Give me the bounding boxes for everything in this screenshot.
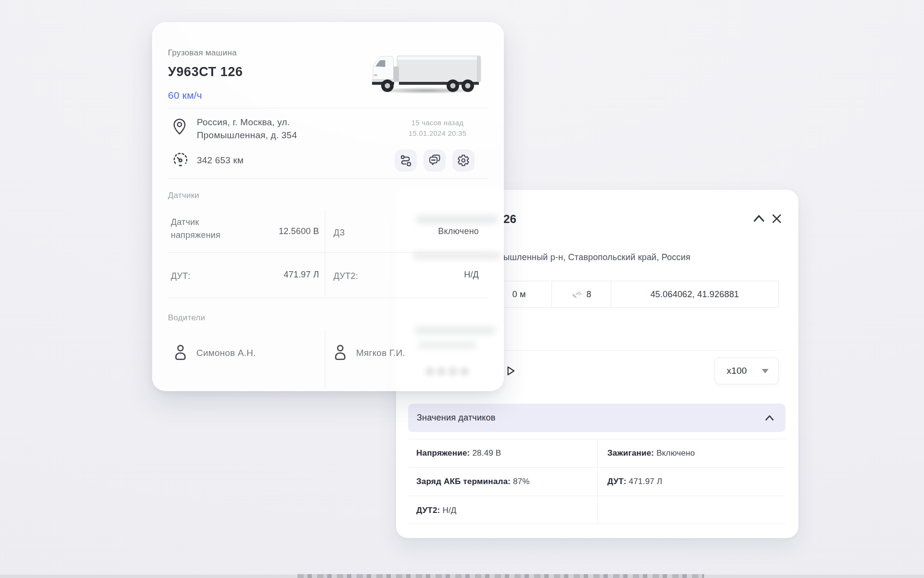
chevron-up-icon bbox=[752, 219, 766, 226]
table-cell: Зажигание: Включено bbox=[607, 439, 695, 467]
stat-satellites-value: 8 bbox=[586, 289, 591, 300]
collapse-card-button[interactable] bbox=[752, 213, 766, 225]
cell-label: Заряд АКБ терминала: bbox=[416, 477, 511, 486]
cell-value: 471.97 Л bbox=[629, 477, 662, 486]
stat-distance-value: 0 м bbox=[513, 289, 526, 300]
cell-label: Напряжение: bbox=[416, 448, 470, 458]
table-cell: ДУТ2: Н/Д bbox=[416, 496, 457, 525]
play-button[interactable] bbox=[504, 365, 517, 377]
driver-name: Симонов А.Н. bbox=[196, 348, 256, 358]
table-cell: Напряжение: 28.49 В bbox=[416, 439, 501, 467]
card-address-fragment: ышленный р-н, Ставропольский край, Росси… bbox=[503, 252, 691, 263]
sensor-label: ДЗ bbox=[334, 226, 345, 239]
location-pin-icon bbox=[172, 118, 187, 137]
sensor-value: 471.97 Л bbox=[239, 270, 319, 280]
driver-name: Мягков Г.И. bbox=[356, 348, 405, 358]
last-update-time: 15 часов назад 15.01.2024 20:35 bbox=[389, 118, 486, 139]
table-row: Напряжение: 28.49 В Зажигание: Включено bbox=[408, 439, 785, 468]
sensors-row-divider bbox=[168, 252, 488, 253]
cell-label: Зажигание: bbox=[607, 448, 654, 458]
table-cell: ДУТ: 471.97 Л bbox=[607, 468, 662, 496]
stat-coordinates: 45.064062, 41.926881 bbox=[611, 281, 779, 307]
table-row: ДУТ2: Н/Д bbox=[408, 496, 785, 525]
play-icon bbox=[505, 371, 516, 379]
drivers-column-divider bbox=[325, 330, 325, 388]
route-button[interactable] bbox=[395, 149, 417, 171]
time-ago-label: 15 часов назад bbox=[389, 118, 486, 128]
settings-button[interactable] bbox=[452, 149, 475, 171]
sensor-value: Включено bbox=[383, 226, 479, 236]
sensor-value: Н/Д bbox=[383, 270, 479, 280]
sensor-values-title: Значения датчиков bbox=[417, 413, 495, 423]
desktop-background: 26 ышленный р-н, Ставропольский край, Ро… bbox=[0, 0, 924, 578]
playback-speed-value: x100 bbox=[727, 366, 747, 376]
address-line-2: Промышленная, д. 354 bbox=[197, 129, 297, 142]
cell-label: ДУТ: bbox=[607, 477, 627, 486]
card-divider bbox=[168, 178, 488, 179]
chat-icon bbox=[428, 154, 441, 167]
sensor-label: ДУТ2: bbox=[334, 270, 358, 283]
vehicle-info-card: Грузовая машина У963СТ 126 60 км/ч bbox=[152, 22, 504, 391]
drivers-section-label: Водители bbox=[168, 313, 205, 323]
gear-icon bbox=[457, 154, 470, 167]
vehicle-type-label: Грузовая машина bbox=[168, 48, 237, 58]
messages-button[interactable] bbox=[424, 149, 446, 171]
sensor-value: 12.5600 В bbox=[239, 226, 319, 236]
cell-value: Включено bbox=[656, 448, 695, 458]
truck-image bbox=[368, 53, 486, 97]
cell-value: 87% bbox=[513, 477, 530, 486]
route-icon bbox=[399, 154, 412, 167]
playback-speed-select[interactable]: x100 bbox=[715, 357, 779, 384]
cell-value: Н/Д bbox=[442, 506, 456, 515]
cell-value: 28.49 В bbox=[472, 448, 501, 458]
card-title-fragment: 26 bbox=[503, 212, 516, 226]
stat-coordinates-value: 45.064062, 41.926881 bbox=[650, 289, 739, 300]
sensor-label: ДУТ: bbox=[171, 270, 191, 283]
bottom-cropped-text-fragment bbox=[297, 574, 704, 578]
sensors-column-divider bbox=[325, 210, 325, 296]
chevron-up-icon bbox=[764, 414, 775, 422]
address-line-1: Россия, г. Москва, ул. bbox=[197, 116, 297, 129]
driver-icon bbox=[333, 344, 347, 363]
driver-icon bbox=[173, 344, 188, 363]
card-divider bbox=[168, 298, 488, 298]
cell-label: ДУТ2: bbox=[416, 506, 440, 515]
sensor-values-header[interactable]: Значения датчиков bbox=[408, 404, 785, 432]
timestamp-label: 15.01.2024 20:35 bbox=[389, 128, 486, 139]
sensor-values-table: Напряжение: 28.49 В Зажигание: Включено … bbox=[408, 439, 785, 524]
stat-satellites: 8 bbox=[552, 281, 611, 307]
close-icon bbox=[770, 219, 783, 226]
card-divider bbox=[168, 108, 488, 108]
caret-down-icon bbox=[762, 369, 769, 373]
table-row: Заряд АКБ терминала: 87% ДУТ: 471.97 Л bbox=[408, 468, 785, 496]
odometer-gauge-icon bbox=[172, 151, 189, 170]
vehicle-address: Россия, г. Москва, ул. Промышленная, д. … bbox=[197, 116, 297, 142]
vehicle-odometer: 342 653 км bbox=[197, 155, 244, 166]
close-card-button[interactable] bbox=[770, 212, 783, 226]
vehicle-speed: 60 км/ч bbox=[168, 90, 202, 101]
table-cell: Заряд АКБ терминала: 87% bbox=[416, 468, 530, 496]
satellite-icon bbox=[571, 289, 582, 300]
vehicle-plate: У963СТ 126 bbox=[168, 65, 243, 79]
sensors-section-label: Датчики bbox=[168, 191, 199, 200]
sensor-label: Датчик напряжения bbox=[171, 216, 238, 242]
